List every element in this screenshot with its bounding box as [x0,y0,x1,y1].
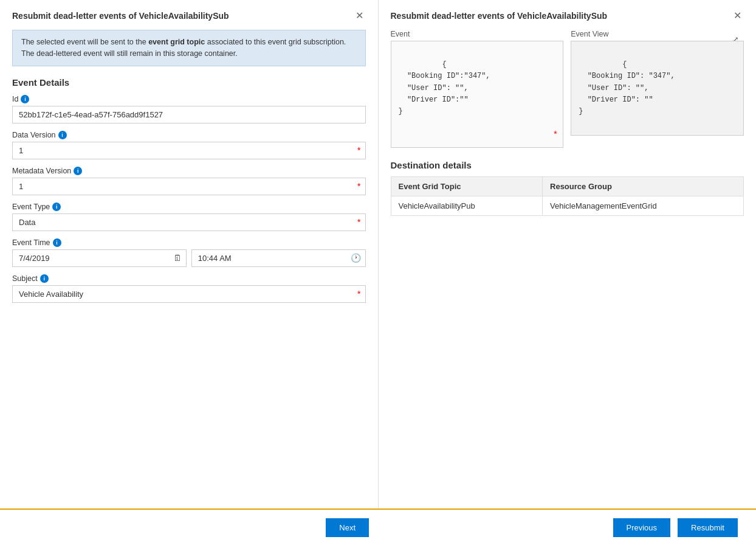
time-input[interactable] [191,249,366,267]
subject-field-group: Subject i * [12,274,366,303]
datetime-row: 🗓 🕐 [12,249,366,267]
event-content[interactable]: { "Booking ID":"347", "User ID": "", "Dr… [391,41,564,148]
next-button[interactable]: Next [326,518,369,537]
right-panel-title: Resubmit dead-letter events of VehicleAv… [391,10,744,21]
data-version-info-icon[interactable]: i [58,131,67,139]
col2-header: Resource Group [543,176,744,196]
right-title-text: Resubmit dead-letter events of VehicleAv… [391,11,608,21]
row1-col2: VehicleManagementEventGrid [543,196,744,215]
footer-right: Previous Resubmit [381,518,744,537]
clock-icon[interactable]: 🕐 [351,253,361,263]
metadata-version-label: Metadata Version i [12,167,366,175]
destination-title: Destination details [391,160,744,170]
row1-col1: VehicleAvailabilityPub [391,196,543,215]
data-version-field-group: Data Version i * [12,131,366,159]
date-input[interactable] [12,249,187,267]
subject-label: Subject i [12,274,366,283]
left-panel: Resubmit dead-letter events of VehicleAv… [0,0,379,509]
id-info-icon[interactable]: i [21,95,29,103]
subject-input[interactable] [12,285,366,303]
event-type-label: Event Type i [12,203,366,211]
resubmit-button[interactable]: Resubmit [678,518,738,537]
footer-left: Next [12,518,381,537]
info-bold-text: event grid topic [148,38,205,46]
left-panel-title: Resubmit dead-letter events of VehicleAv… [12,10,366,21]
subject-input-wrap: * [12,285,366,303]
time-input-wrap: 🕐 [191,249,366,267]
id-label: Id i [12,95,366,103]
previous-button[interactable]: Previous [613,518,671,537]
info-text-prefix: The selected event will be sent to the [21,38,148,46]
event-details-title: Event Details [12,77,366,88]
event-view-text: { "Booking ID": "347", "User ID": "", "D… [579,60,675,116]
event-views-row: Event { "Booking ID":"347", "User ID": "… [391,30,744,148]
metadata-version-input[interactable] [12,178,366,195]
left-title-text: Resubmit dead-letter events of VehicleAv… [12,11,229,21]
event-label: Event [391,30,564,38]
destination-table: Event Grid Topic Resource Group VehicleA… [391,176,744,216]
right-close-button[interactable]: ✕ [731,10,744,21]
event-time-info-icon[interactable]: i [53,238,61,247]
calendar-icon[interactable]: 🗓 [173,253,182,263]
event-view-label: Event View [571,30,744,38]
event-type-field-group: Event Type i * [12,203,366,231]
event-type-input-wrap: * [12,213,366,231]
data-version-input[interactable] [12,142,366,159]
subject-info-icon[interactable]: i [40,274,49,283]
date-input-wrap: 🗓 [12,249,187,267]
footer: Next Previous Resubmit [0,509,756,545]
data-version-input-wrap: * [12,142,366,159]
event-type-input[interactable] [12,213,366,231]
event-time-field-group: Event Time i 🗓 🕐 [12,238,366,267]
id-input[interactable] [12,106,366,123]
info-box: The selected event will be sent to the e… [12,30,366,66]
data-version-required: * [357,145,360,155]
data-version-label: Data Version i [12,131,366,139]
event-required: * [553,128,558,142]
metadata-version-info-icon[interactable]: i [74,167,82,175]
id-field-group: Id i [12,95,366,123]
event-view-content: { "Booking ID": "347", "User ID": "", "D… [571,41,744,136]
event-block: Event { "Booking ID":"347", "User ID": "… [391,30,564,148]
event-text: { "Booking ID":"347", "User ID": "", "Dr… [399,60,490,116]
subject-required: * [357,289,360,299]
event-type-info-icon[interactable]: i [52,203,61,211]
left-close-button[interactable]: ✕ [353,10,366,21]
metadata-version-input-wrap: * [12,178,366,195]
col1-header: Event Grid Topic [391,176,543,196]
metadata-version-field-group: Metadata Version i * [12,167,366,195]
id-input-wrap [12,106,366,123]
metadata-version-required: * [357,181,360,191]
table-header-row: Event Grid Topic Resource Group [391,176,744,196]
event-type-required: * [357,217,360,227]
table-row: VehicleAvailabilityPub VehicleManagement… [391,196,744,215]
event-view-block: Event View { "Booking ID": "347", "User … [571,30,744,148]
event-time-label: Event Time i [12,238,366,247]
right-panel: Resubmit dead-letter events of VehicleAv… [379,0,757,509]
